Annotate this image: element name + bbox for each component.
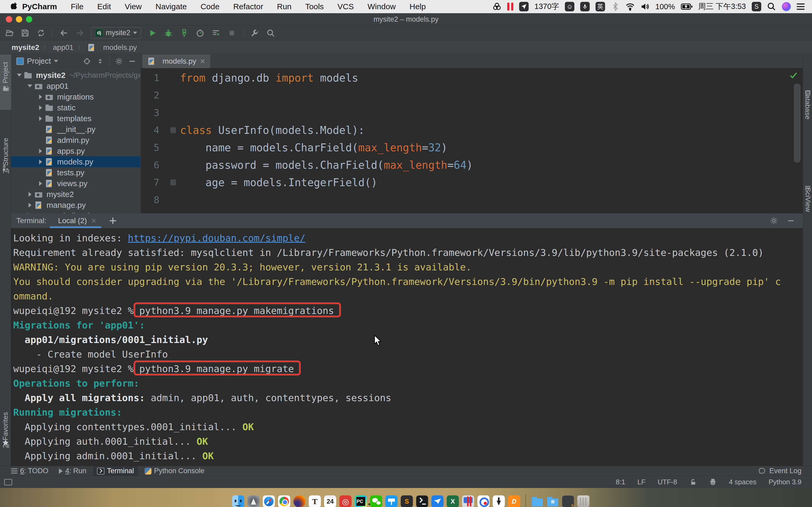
tree-collapsed-arrow-icon[interactable] [36, 116, 45, 121]
code-area[interactable]: from django.db import modelsclass UserIn… [180, 69, 803, 213]
dock-screen-record[interactable] [462, 495, 474, 507]
tree-item-views.py[interactable]: views.py [11, 178, 140, 189]
dock-finder[interactable] [232, 495, 244, 507]
terminal-link[interactable]: https://pypi.douban.com/simple/ [128, 233, 305, 243]
dock-chrome[interactable] [278, 495, 290, 507]
tree-item-static[interactable]: static [11, 102, 140, 113]
menu-help[interactable]: Help [403, 2, 433, 11]
debug-button[interactable] [164, 29, 173, 38]
dock-keynote[interactable] [386, 495, 398, 507]
dock-wechat[interactable] [370, 495, 382, 507]
gear-icon[interactable] [115, 57, 123, 65]
tree-collapsed-arrow-icon[interactable] [36, 105, 45, 110]
run-configuration-select[interactable]: dj mysite2 [91, 27, 141, 39]
input-method-icon[interactable]: 英 [596, 2, 605, 11]
sidebar-item-sciview[interactable]: SciView [803, 157, 812, 231]
menu-navigate[interactable]: Navigate [149, 2, 194, 11]
collapse-all-icon[interactable] [96, 57, 104, 65]
dock-folder-blue[interactable] [531, 495, 544, 507]
dock-firefox[interactable] [293, 495, 306, 507]
toolwindow-python-console[interactable]: Python Console [140, 466, 209, 476]
save-all-icon[interactable] [20, 29, 30, 38]
spotlight-search-icon[interactable] [767, 2, 776, 11]
dock-calendar[interactable]: 24 [324, 495, 336, 507]
apple-logo-icon[interactable] [11, 2, 18, 11]
new-terminal-button[interactable] [109, 217, 116, 224]
tree-collapsed-arrow-icon[interactable] [36, 149, 45, 154]
emoji-input-icon[interactable]: ☺ [565, 2, 574, 11]
tree-item-manage.py[interactable]: manage.py [11, 200, 140, 211]
toolwindow-terminal[interactable]: Terminal [93, 466, 138, 476]
dock-trash[interactable] [577, 495, 590, 507]
event-log-button[interactable]: Event Log [759, 467, 812, 475]
open-icon[interactable] [5, 29, 14, 38]
search-everywhere-icon[interactable] [266, 29, 275, 38]
run-anything-button[interactable] [211, 29, 220, 38]
back-icon[interactable] [59, 29, 68, 38]
wrench-settings-icon[interactable] [250, 29, 259, 38]
run-button[interactable] [148, 29, 157, 38]
sidebar-item-project[interactable]: 1: Project [0, 54, 11, 110]
sidebar-item-structure[interactable]: 7: Structure [0, 131, 11, 192]
menu-view[interactable]: View [118, 2, 149, 11]
dock-folder-windows[interactable]: ⊞ [547, 495, 559, 507]
dock-pycharm[interactable]: PC [355, 495, 367, 507]
unlock-icon[interactable] [689, 478, 697, 486]
dock-terminal[interactable] [416, 495, 428, 507]
breadcrumb-item-models.py[interactable]: models.py [103, 43, 137, 52]
dock-typora[interactable]: T [309, 495, 321, 507]
tree-collapsed-arrow-icon[interactable] [36, 181, 45, 186]
menu-tools[interactable]: Tools [298, 2, 331, 11]
tree-item-admin.py[interactable]: admin.py [11, 135, 140, 146]
dock-safari[interactable] [263, 495, 275, 507]
stop-button[interactable] [227, 29, 236, 38]
dock-dida[interactable]: D [508, 495, 520, 507]
sidebar-item-database[interactable]: Database [803, 60, 812, 139]
tree-item-mysite2[interactable]: mysite2 [11, 189, 140, 200]
tree-item-__init__.py[interactable]: __init__.py [11, 124, 140, 135]
profiler-button[interactable] [196, 29, 205, 38]
minimize-panel-icon[interactable] [787, 217, 795, 225]
dock-baidu-netdisk[interactable] [477, 495, 490, 507]
caret-position[interactable]: 8:1 [616, 478, 625, 486]
dock-excel[interactable]: X [447, 495, 459, 507]
inspections-ok-icon[interactable] [789, 71, 798, 79]
dock-boss-zhipin[interactable] [493, 495, 505, 507]
tree-item-models.py[interactable]: models.py [11, 156, 140, 167]
menu-run[interactable]: Run [270, 2, 298, 11]
indent-setting[interactable]: 4 spaces [729, 478, 757, 486]
dock-dingtalk[interactable] [432, 495, 444, 507]
shottr-icon[interactable]: S [752, 2, 761, 11]
hide-panel-icon[interactable] [128, 57, 136, 65]
sync-icon[interactable] [37, 29, 45, 38]
volume-icon[interactable] [641, 2, 650, 11]
tree-item-tests.py[interactable]: tests.py [11, 167, 140, 178]
menu-pycharm[interactable]: PyCharm [18, 2, 64, 11]
menu-vcs[interactable]: VCS [331, 2, 361, 11]
tree-item-templates[interactable]: templates [11, 113, 140, 124]
dock-minimized-window[interactable]: s [562, 495, 574, 507]
tree-expanded-arrow-icon[interactable] [15, 74, 24, 76]
close-icon[interactable] [200, 58, 205, 64]
tab-models-py[interactable]: models.py [143, 54, 210, 68]
tree-item-app01[interactable]: app01 [11, 80, 140, 91]
dingtalk-menubar-icon[interactable] [519, 2, 529, 11]
menu-file[interactable]: File [64, 2, 90, 11]
project-panel-header[interactable]: Project [11, 54, 140, 68]
tree-item-mysite2[interactable]: mysite2~/PycharmProjects/gx [11, 70, 140, 80]
tree-item-migrations[interactable]: migrations [11, 91, 140, 102]
toolwindow-todo[interactable]: 6: TODO [7, 466, 53, 476]
menubar-clock[interactable]: 周三 下午3:53 [698, 1, 746, 12]
clover-icon[interactable] [493, 2, 501, 11]
line-separator[interactable]: LF [638, 478, 646, 486]
terminal-tab-local[interactable]: Local (2) [56, 213, 99, 228]
sidebar-item-favorites[interactable]: 2: Favorites [0, 406, 11, 466]
screen-recording-indicator-icon[interactable] [507, 3, 513, 11]
locate-file-icon[interactable] [83, 57, 91, 65]
microphone-icon[interactable] [580, 2, 590, 11]
breadcrumb-item-app01[interactable]: app01 [53, 43, 73, 52]
menu-window[interactable]: Window [361, 2, 403, 11]
tree-item-External Libraries[interactable]: External Libraries [11, 211, 140, 213]
siri-icon[interactable] [782, 2, 791, 11]
menu-edit[interactable]: Edit [90, 2, 118, 11]
